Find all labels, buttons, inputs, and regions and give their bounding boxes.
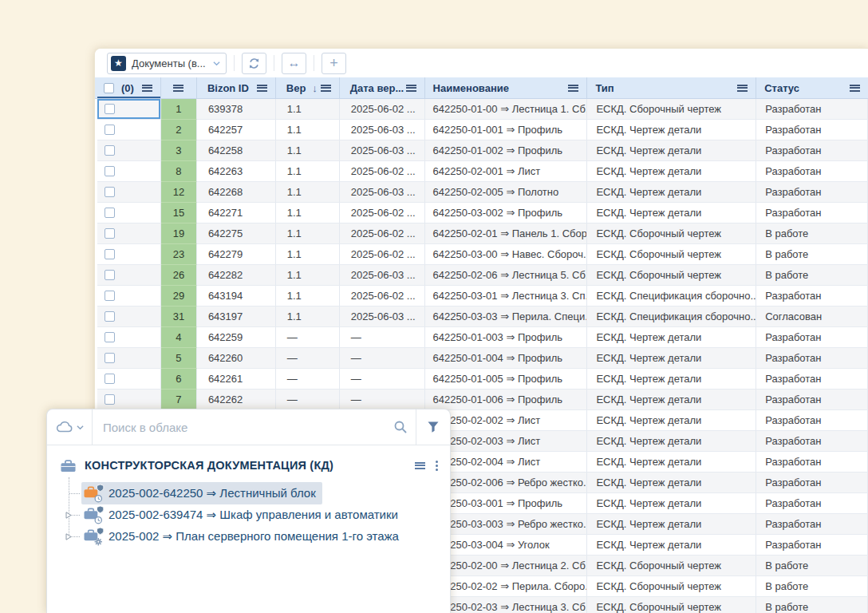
column-menu-icon[interactable] xyxy=(142,85,152,92)
column-header-date[interactable]: Дата вер... xyxy=(340,77,425,98)
search-bar xyxy=(47,409,450,445)
row-checkbox[interactable] xyxy=(105,394,115,405)
table-row[interactable]: 29 643194 1.1 2025-06-02 ... 642250-03-0… xyxy=(95,286,868,306)
type-cell: ЕСКД. Чертеж детали xyxy=(587,452,756,473)
version-cell: 1.1 xyxy=(276,244,340,265)
status-cell: Разработан xyxy=(756,120,868,140)
row-number-cell: 26 xyxy=(161,265,197,286)
table-row[interactable]: 15 642271 1.1 2025-06-02 ... 642250-03-0… xyxy=(95,203,868,223)
status-cell: Согласован xyxy=(756,306,868,327)
row-checkbox[interactable] xyxy=(105,187,115,197)
row-checkbox[interactable] xyxy=(105,208,115,218)
status-cell: В работе xyxy=(756,556,868,576)
column-label: Наименование xyxy=(433,82,509,94)
table-row[interactable]: 31 643197 1.1 2025-06-03 ... 642250-03-0… xyxy=(95,306,868,327)
select-all-checkbox[interactable] xyxy=(104,83,114,93)
column-menu-icon[interactable] xyxy=(568,85,578,92)
column-menu-icon[interactable] xyxy=(737,85,748,92)
date-cell: 2025-06-03 ... xyxy=(340,265,425,286)
table-row[interactable]: 7 642262 — — 642250-01-006 ⇒ Профиль ЕСК… xyxy=(95,390,868,410)
bizon-id-cell: 642262 xyxy=(197,390,276,410)
date-cell: 2025-06-03 ... xyxy=(340,306,425,327)
column-header-name[interactable]: Наименование xyxy=(425,77,588,98)
status-cell: Разработан xyxy=(756,390,868,410)
version-cell: 1.1 xyxy=(276,120,340,140)
table-row[interactable]: 4 642259 — — 642250-01-003 ⇒ Профиль ЕСК… xyxy=(95,327,868,348)
table-row[interactable]: 23 642279 1.1 2025-06-02 ... 642250-03-0… xyxy=(95,244,868,265)
date-cell: 2025-06-02 ... xyxy=(340,244,425,265)
table-row[interactable]: 2 642257 1.1 2025-06-03 ... 642250-01-00… xyxy=(95,120,868,140)
row-select-cell xyxy=(97,244,161,265)
search-input[interactable] xyxy=(93,421,385,434)
row-checkbox[interactable] xyxy=(105,270,115,280)
row-number-cell: 29 xyxy=(161,286,197,306)
toolbar-separator xyxy=(274,55,274,71)
expander-icon[interactable] xyxy=(65,533,72,540)
selection-count: (0) xyxy=(121,82,134,94)
kebab-menu-icon[interactable] xyxy=(436,461,438,471)
column-header-selection[interactable]: (0) xyxy=(97,77,161,98)
bizon-id-cell: 642282 xyxy=(197,265,276,286)
filter-button[interactable] xyxy=(416,409,450,445)
tree-root[interactable]: КОНСТРУКТОРСКАЯ ДОКУМЕНТАЦИЯ (КД) xyxy=(60,455,450,476)
row-select-cell xyxy=(97,182,161,203)
version-cell: — xyxy=(276,348,340,369)
row-checkbox[interactable] xyxy=(105,353,115,363)
table-row[interactable]: 26 642282 1.1 2025-06-03 ... 642250-02-0… xyxy=(95,265,868,286)
status-cell: В работе xyxy=(756,223,868,244)
column-label: Дата вер... xyxy=(350,82,404,94)
row-number-cell: 23 xyxy=(161,244,197,265)
chevron-down-icon xyxy=(213,60,220,67)
view-selector-dropdown[interactable]: ★ Документы (в... xyxy=(107,53,227,74)
type-cell: ЕСКД. Чертеж детали xyxy=(587,120,756,140)
date-cell: — xyxy=(340,348,425,369)
row-checkbox[interactable] xyxy=(105,311,115,322)
row-checkbox[interactable] xyxy=(105,291,115,301)
column-header-rownum[interactable] xyxy=(161,77,197,98)
column-menu-icon[interactable] xyxy=(257,85,267,92)
table-row[interactable]: 12 642268 1.1 2025-06-03 ... 642250-02-0… xyxy=(95,182,868,203)
row-checkbox[interactable] xyxy=(105,125,115,135)
date-cell: 2025-06-03 ... xyxy=(340,182,425,203)
add-button[interactable]: + xyxy=(322,53,346,74)
tree-menu-icon[interactable] xyxy=(415,462,425,469)
column-menu-icon[interactable] xyxy=(406,85,416,92)
row-checkbox[interactable] xyxy=(105,332,115,342)
row-checkbox[interactable] xyxy=(105,166,115,176)
column-header-version[interactable]: Вер ↓ xyxy=(276,77,340,98)
row-checkbox[interactable] xyxy=(105,228,115,239)
bizon-id-cell: 642263 xyxy=(197,161,276,182)
column-menu-icon[interactable] xyxy=(321,85,331,92)
row-checkbox[interactable] xyxy=(105,249,115,259)
table-row[interactable]: 1 639378 1.1 2025-06-02 ... 642250-01-00… xyxy=(95,99,868,120)
table-row[interactable]: 3 642258 1.1 2025-06-03 ... 642250-01-00… xyxy=(95,140,868,161)
document-tree: КОНСТРУКТОРСКАЯ ДОКУМЕНТАЦИЯ (КД) xyxy=(47,445,450,547)
table-row[interactable]: 8 642263 1.1 2025-06-02 ... 642250-02-00… xyxy=(95,161,868,182)
column-header-status[interactable]: Статус xyxy=(756,77,868,98)
column-menu-icon[interactable] xyxy=(173,85,183,92)
table-row[interactable]: 6 642261 — — 642250-01-005 ⇒ Профиль ЕСК… xyxy=(95,369,868,390)
tree-item[interactable]: 2025-002 ⇒ План серверного помещения 1-г… xyxy=(69,525,450,547)
table-row[interactable]: 5 642260 — — 642250-01-004 ⇒ Профиль ЕСК… xyxy=(95,348,868,369)
fit-columns-button[interactable]: ↔ xyxy=(282,53,306,74)
bizon-id-cell: 642257 xyxy=(197,120,276,140)
table-row[interactable]: 19 642275 1.1 2025-06-02 ... 642250-02-0… xyxy=(95,223,868,244)
column-menu-icon[interactable] xyxy=(850,85,860,92)
search-button[interactable] xyxy=(385,420,416,434)
shield-badge-icon xyxy=(97,527,104,534)
column-header-bizon-id[interactable]: Bizon ID xyxy=(197,77,276,98)
status-cell: Разработан xyxy=(756,431,868,452)
row-checkbox[interactable] xyxy=(105,374,115,384)
type-cell: ЕСКД. Сборочный чертеж xyxy=(587,244,756,265)
grid-toolbar: ★ Документы (в... ↔ + xyxy=(95,49,868,77)
row-checkbox[interactable] xyxy=(105,104,115,114)
column-header-type[interactable]: Тип xyxy=(587,77,756,98)
refresh-button[interactable] xyxy=(242,53,266,74)
expander-icon[interactable] xyxy=(65,512,72,519)
tree-item[interactable]: 2025-002-639474 ⇒ Шкаф управления и авто… xyxy=(69,504,450,525)
type-cell: ЕСКД. Чертеж детали xyxy=(587,493,756,514)
tree-item[interactable]: 2025-002-642250 ⇒ Лестничный блок xyxy=(69,482,450,504)
row-checkbox[interactable] xyxy=(105,145,115,156)
cloud-source-dropdown[interactable] xyxy=(47,409,93,445)
row-number-cell: 3 xyxy=(161,140,197,161)
